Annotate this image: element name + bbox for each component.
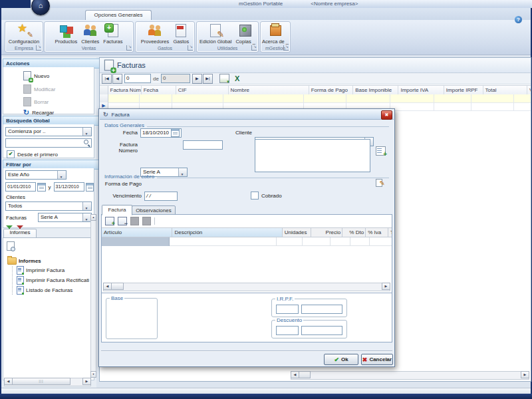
column-header-total[interactable]: To [388, 228, 392, 237]
column-header-articulo[interactable]: Artículo [102, 228, 172, 237]
next-record-button[interactable]: ▶ [192, 74, 202, 84]
calendar-icon[interactable] [86, 183, 94, 192]
column-header-fecha[interactable]: Fecha [142, 86, 176, 94]
report-preview-icon[interactable] [7, 241, 15, 251]
numero-input[interactable] [183, 140, 223, 150]
column-header-base-imponible[interactable]: Base Imponible [353, 86, 398, 94]
tree-item-imprimir-factura[interactable]: Imprimir Factura [13, 266, 94, 275]
selected-cell[interactable] [102, 237, 170, 246]
main-title: Facturas [117, 61, 146, 69]
irpf-importe-input[interactable] [301, 305, 342, 314]
column-header-cif[interactable]: CIF [176, 86, 229, 94]
clientes-button[interactable]: Clientes [79, 23, 101, 45]
tab-opciones-generales[interactable]: Opciones Generales [85, 10, 152, 21]
edicion-global-button[interactable]: Edición Global [198, 23, 233, 45]
fecha-hasta-input[interactable]: 31/12/2010 [54, 182, 84, 192]
main-horizontal-scrollbar[interactable]: ◀ ▶ [291, 371, 529, 380]
calendar-icon[interactable] [37, 183, 45, 192]
tree-item-listado-facturas[interactable]: Listado de Facturas [13, 286, 94, 295]
acerca-de-button[interactable]: Acerca de _ [260, 23, 291, 45]
column-header-vencimiento[interactable]: Vencimie [527, 86, 531, 94]
clientes-filter-select[interactable]: Todos [5, 201, 92, 211]
last-record-button[interactable]: ▶| [203, 74, 213, 84]
calendar-icon[interactable] [171, 128, 180, 137]
column-header-importe-iva[interactable]: Importe IVA [398, 86, 444, 94]
cobrado-checkbox[interactable] [251, 192, 259, 200]
dialog-launcher-icon[interactable] [126, 45, 132, 51]
gastos-button[interactable]: Gastos [171, 23, 191, 45]
gastos-label: Gastos [173, 39, 189, 45]
union-label: y [49, 184, 51, 190]
column-header-nombre[interactable]: Nombre [229, 86, 309, 94]
cancelar-button[interactable]: Cancelar [361, 354, 393, 365]
datos-generales-legend: Datos Generales [104, 122, 144, 128]
column-header-precio[interactable]: Precio [311, 228, 342, 237]
cliente-detalle-textarea[interactable] [255, 139, 370, 172]
scroll-right-icon[interactable]: ▶ [382, 283, 390, 290]
busqueda-input[interactable] [5, 138, 92, 148]
column-header-dto[interactable]: % Dto [342, 228, 366, 237]
dialog-titlebar[interactable]: Factura [100, 110, 394, 120]
scroll-down-icon[interactable]: ▼ [90, 371, 96, 378]
fecha-desde-input[interactable]: 01/01/2010 [5, 182, 36, 192]
excel-export-icon[interactable] [235, 74, 239, 82]
scroll-right-icon[interactable]: ▶ [82, 378, 91, 385]
column-header-descripcion[interactable]: Descripción [172, 228, 282, 237]
descuento-importe-input[interactable] [301, 326, 342, 335]
current-record-input[interactable]: 0 [124, 74, 151, 83]
productos-button[interactable]: Productos [53, 23, 79, 45]
configuracion-icon [16, 23, 32, 38]
detalle-grid-row[interactable] [102, 237, 392, 246]
irpf-porcentaje-input[interactable] [276, 305, 299, 314]
descuento-porcentaje-input[interactable] [276, 326, 299, 335]
chevron-down-icon[interactable] [82, 202, 91, 210]
add-cliente-icon[interactable] [376, 146, 386, 156]
sidebar-horizontal-scrollbar[interactable]: ◀ ||| ▶ [4, 378, 91, 386]
desde-el-primero-checkbox[interactable]: ✔ [7, 150, 15, 158]
ok-button[interactable]: Ok [324, 354, 358, 365]
detalle-horizontal-scrollbar[interactable]: ◀ ▶ [103, 283, 390, 291]
filter-row[interactable] [100, 94, 531, 102]
dialog-launcher-icon[interactable] [283, 45, 289, 51]
export-icon[interactable] [219, 74, 229, 83]
dialog-launcher-icon[interactable] [251, 45, 257, 51]
copias-button[interactable]: Copias _ [233, 23, 257, 45]
filtrar-panel: Este Año 01/01/2010 y 31/12/2010 Cliente… [3, 168, 94, 228]
remove-row-icon[interactable] [118, 217, 127, 225]
scrollbar-thumb[interactable]: ||| [12, 378, 70, 385]
tab-factura[interactable]: Factura [102, 205, 132, 215]
column-header-iva[interactable]: % Iva [366, 228, 388, 237]
column-header-total[interactable]: Total [483, 86, 527, 94]
tree-item-imprimir-rectificativa[interactable]: Imprimir Factura Rectificati [13, 276, 94, 285]
configuracion-button[interactable]: Configuración [7, 23, 41, 45]
vencimiento-input[interactable]: / / [144, 192, 178, 201]
search-icon[interactable] [83, 139, 90, 146]
busqueda-panel: Comienza por .. ✔ Desde el primero [3, 124, 94, 158]
column-header-factura-numero[interactable]: Factura Número [108, 86, 142, 94]
scroll-up-icon[interactable]: ▲ [90, 214, 96, 221]
dialog-launcher-icon[interactable] [188, 45, 193, 51]
tab-informes[interactable]: Informes [3, 229, 37, 238]
scrollbar-thumb[interactable] [111, 283, 124, 290]
first-record-button[interactable]: |◀ [102, 74, 112, 84]
column-header-importe-irpf[interactable]: Importe IRPF [444, 86, 483, 94]
sidebar-vertical-scrollbar[interactable]: ▲ ▼ [90, 214, 96, 378]
scroll-right-icon[interactable]: ▶ [521, 371, 529, 378]
close-icon[interactable]: ✖ [381, 110, 392, 120]
help-icon[interactable]: ? [515, 16, 522, 23]
informes-tree-root[interactable]: Informes [7, 257, 94, 265]
facturas-button[interactable]: Facturas [101, 23, 124, 45]
scrollbar-thumb[interactable] [299, 371, 311, 378]
column-header-forma-pago[interactable]: Forma de Pago [309, 86, 353, 94]
periodo-select[interactable]: Este Año [5, 170, 66, 180]
chevron-down-icon[interactable] [57, 171, 66, 179]
nuevo-action[interactable]: Nuevo [23, 71, 94, 80]
dialog-launcher-icon[interactable] [36, 45, 41, 51]
proveedores-button[interactable]: Proveedores [139, 23, 172, 45]
column-header-unidades[interactable]: Unidades [283, 228, 312, 237]
chevron-down-icon[interactable] [82, 128, 91, 136]
facturas-filter-select[interactable]: Serie A [38, 213, 92, 222]
busqueda-modo-select[interactable]: Comienza por .. [5, 127, 92, 136]
prev-record-button[interactable]: ◀ [112, 74, 122, 84]
add-row-icon[interactable] [105, 217, 114, 225]
